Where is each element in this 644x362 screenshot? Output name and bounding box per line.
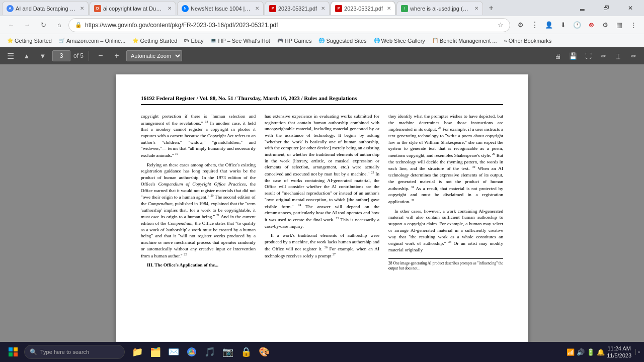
tab-ai-favicon: A [7, 5, 14, 12]
tab-pdf2[interactable]: P 2023-05321.pdf ✕ [331, 1, 395, 15]
tab-news-favicon: N [182, 5, 189, 12]
pdf-zoom-in[interactable]: + [110, 49, 123, 62]
pdf-save[interactable]: 💾 [567, 49, 580, 62]
taskbar-search[interactable]: 🔍 Type here to search [24, 345, 125, 359]
pdf-zoom-select[interactable]: Automatic Zoom Actual Size Page Fit Page… [126, 50, 182, 61]
pdf-tools[interactable]: ✏ [627, 49, 640, 62]
nav-action-icons: ⚙ ⋮ 👤 ⬇ 🕐 ⊗ ⚙ ▦ ⋮ [514, 19, 640, 32]
taskbar-app-explorer[interactable]: 📁 [129, 343, 146, 360]
download-icon[interactable]: ⬇ [556, 19, 570, 32]
tab-news-close[interactable]: ✕ [255, 6, 259, 11]
pdf-presentation[interactable]: ⛶ [582, 49, 595, 62]
bookmark-label: HP Games [285, 38, 312, 44]
taskbar-date-display: 11/5/2023 [607, 352, 631, 359]
address-bar[interactable]: 🔒 https://www.govinfo.gov/content/pkg/FR… [68, 18, 510, 32]
bookmark-other[interactable]: » Other Bookmarks [501, 37, 555, 45]
taskbar-app-chrome[interactable] [183, 343, 200, 360]
pdf-zoom-out[interactable]: − [94, 49, 107, 62]
pdf-page-down[interactable]: ▼ [36, 49, 49, 62]
pdf-page-up[interactable]: ▲ [20, 49, 33, 62]
tab-img-close[interactable]: ✕ [474, 6, 478, 11]
show-desktop-icon[interactable]: ▫ [635, 349, 640, 355]
bookmark-getting-started-1[interactable]: ⭐ Getting Started [4, 37, 55, 45]
maximize-button[interactable]: 🗗 [595, 0, 618, 16]
bookmarks-bar: ⭐ Getting Started 🛒 Amazon.com – Online.… [0, 34, 644, 47]
start-button[interactable] [4, 343, 22, 361]
adblock-icon[interactable]: ⊗ [585, 19, 598, 32]
taskbar-app-mail[interactable]: ✉️ [165, 343, 182, 360]
tab-dd[interactable]: D ai copyright law at DuckDu... ✕ [90, 1, 176, 15]
taskbar-battery-icon[interactable]: 🔋 [587, 348, 595, 356]
security-icon: 🔒 [75, 22, 82, 28]
pdf-columns: copyright protection if there is "human … [141, 113, 503, 272]
tab-ai[interactable]: A AI and Data Scraping on th... ✕ [2, 1, 89, 15]
history-icon[interactable]: 🕐 [571, 19, 584, 32]
taskbar-app-extra[interactable]: 🎨 [256, 343, 273, 360]
pdf-separator-1 [89, 51, 89, 61]
extensions-icon[interactable]: ⚙ [514, 19, 527, 32]
pdf-footnote: 28 One image-generating AI product descr… [388, 258, 503, 272]
taskbar-apps: 📁 🗂️ ✉️ 🎵 📷 🔒 🎨 [129, 343, 273, 360]
tab-news[interactable]: N NewsNet Issue 1004 | U.S. C... ✕ [177, 1, 264, 15]
pdf-column-1: copyright protection if there is "human … [141, 113, 256, 272]
svg-rect-0 [9, 347, 13, 351]
taskbar-app-photos[interactable]: 📷 [219, 343, 236, 360]
minimize-button[interactable]: 🗕 [571, 0, 594, 16]
taskbar-app-files[interactable]: 🗂️ [147, 343, 164, 360]
tab-pdf2-close[interactable]: ✕ [387, 6, 391, 11]
bookmark-favicon: 🛒 [59, 38, 65, 43]
bookmark-label: Benefit Management ... [440, 38, 497, 44]
bookmark-getting-started-2[interactable]: ⭐ Getting Started [129, 37, 180, 45]
bookmark-label: Amazon.com – Online... [66, 38, 125, 44]
tab-ai-close[interactable]: ✕ [80, 6, 84, 11]
pdf-column-2: has extensive experience in evaluating w… [265, 113, 379, 272]
settings-icon[interactable]: ⚙ [599, 19, 612, 32]
bookmark-ebay[interactable]: 🛍 Ebay [181, 37, 206, 45]
taskbar-app-music[interactable]: 🎵 [201, 343, 218, 360]
home-button[interactable]: ⌂ [52, 18, 66, 32]
pdf-sidebar-toggle[interactable]: ☰ [4, 49, 17, 62]
bookmark-suggested[interactable]: 🌐 Suggested Sites [315, 37, 369, 45]
overflow-icon[interactable]: ⋮ [627, 19, 640, 32]
new-tab-button[interactable]: + [484, 1, 498, 15]
tab-dd-close[interactable]: ✕ [168, 6, 172, 11]
pdf-col1-para3: III. The Office's Application of the... [141, 262, 256, 268]
taskbar-search-text: Type here to search [40, 349, 89, 355]
close-button[interactable]: ✕ [619, 0, 642, 16]
pdf-page-input[interactable] [52, 50, 70, 61]
reload-button[interactable]: ↻ [36, 18, 50, 32]
bookmark-favicon: 🌐 [318, 38, 325, 43]
bookmark-web-slice[interactable]: 🌐 Web Slice Gallery [371, 37, 428, 45]
back-button[interactable]: ← [4, 18, 18, 32]
bookmark-favicon: 💻 [210, 38, 216, 43]
tab-news-label: NewsNet Issue 1004 | U.S. C... [191, 6, 251, 12]
tab-pdf2-favicon: P [335, 5, 342, 12]
taskbar-clock[interactable]: 11:24 AM 11/5/2023 [607, 345, 631, 359]
bookmark-hp-games[interactable]: 🎮 HP Games [274, 37, 315, 45]
tab-img[interactable]: I where is ai-used.jpg (JPEG... ✕ [396, 1, 483, 15]
profile-icon[interactable]: 👤 [542, 19, 555, 32]
more-icon[interactable]: ▦ [613, 19, 626, 32]
taskbar-app-security[interactable]: 🔒 [237, 343, 255, 360]
bookmark-favicon: 🎮 [277, 38, 283, 43]
tab-pdf1-close[interactable]: ✕ [321, 6, 325, 11]
chrome-menu[interactable]: ⋮ [528, 19, 541, 32]
tab-pdf1[interactable]: P 2023-05321.pdf ✕ [265, 1, 330, 15]
address-text: https://www.govinfo.gov/content/pkg/FR-2… [85, 22, 495, 29]
pdf-header-text: 16192 Federal Register / Vol. 88, No. 51… [141, 95, 357, 101]
tab-pdf1-label: 2023-05321.pdf [278, 6, 317, 12]
taskbar-notification-icon[interactable]: 🔔 [597, 348, 605, 356]
pdf-print[interactable]: 🖨 [551, 49, 565, 62]
bookmark-benefit[interactable]: 📋 Benefit Management ... [429, 37, 500, 45]
tab-pdf1-favicon: P [269, 5, 276, 12]
pdf-cursor[interactable]: ⌶ [612, 49, 625, 62]
forward-button[interactable]: → [20, 18, 34, 32]
bookmark-amazon[interactable]: 🛒 Amazon.com – Online... [56, 37, 128, 45]
tab-ai-label: AI and Data Scraping on th... [16, 6, 76, 12]
taskbar-time-display: 11:24 AM [607, 345, 631, 352]
bookmark-star-icon[interactable]: ☆ [498, 21, 504, 29]
taskbar-volume-icon[interactable]: 🔊 [577, 348, 585, 356]
pdf-more[interactable]: ✏ [597, 49, 610, 62]
taskbar-network-icon[interactable]: 📶 [567, 348, 575, 356]
bookmark-hp-hot[interactable]: 💻 HP – See What's Hot [207, 37, 273, 45]
